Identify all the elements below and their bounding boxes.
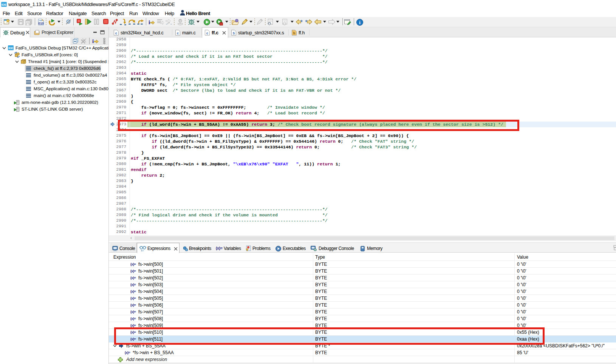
svg-text:c: c [177,32,179,35]
svg-text:c: c [206,32,208,35]
svg-text:h: h [293,32,295,35]
svg-text:S: S [233,32,235,35]
svg-text:i: i [92,38,94,44]
svg-text:c: c [115,32,117,35]
svg-text:IDE: IDE [2,3,7,6]
svg-text:i: i [359,20,361,25]
svg-text:IDE: IDE [8,46,13,50]
svg-text:i: i [149,19,150,25]
svg-text:010: 010 [38,22,43,25]
svg-text:x=: x= [141,249,144,252]
